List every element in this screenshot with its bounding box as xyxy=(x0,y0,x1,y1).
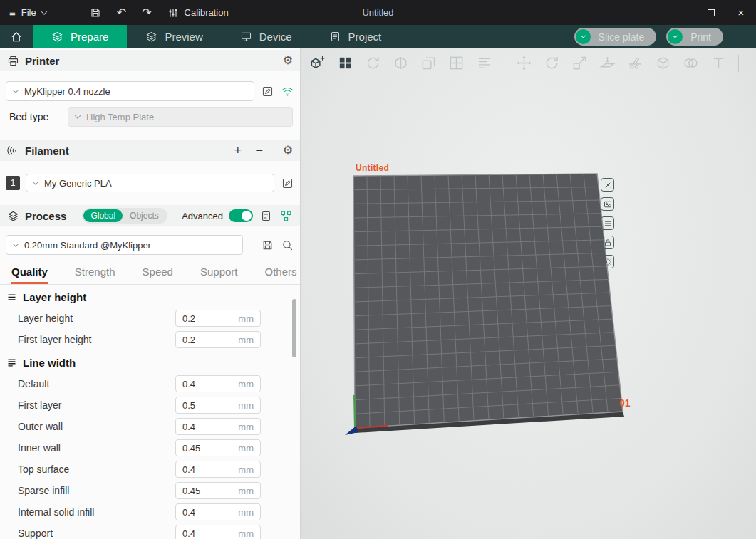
lock-plate-icon[interactable] xyxy=(601,236,614,249)
setting-unit: mm xyxy=(238,507,254,518)
process-scope-toggle[interactable]: Global Objects xyxy=(82,208,167,224)
plate-image-icon[interactable] xyxy=(601,197,614,211)
slice-plate-button[interactable]: Slice plate xyxy=(574,28,657,46)
save-icon xyxy=(90,7,101,19)
setting-row: Internal solid infill0.4mm xyxy=(0,501,300,523)
tab-speed[interactable]: Speed xyxy=(143,266,173,284)
print-label: Print xyxy=(683,31,723,43)
remove-filament-button[interactable]: − xyxy=(252,144,267,157)
add-filament-button[interactable]: + xyxy=(230,144,246,157)
printer-preset-select[interactable]: MyKlipper 0.4 nozzle xyxy=(6,81,254,101)
tab-prepare[interactable]: Prepare xyxy=(33,25,127,48)
restore-icon xyxy=(708,9,715,16)
place-on-face-icon[interactable] xyxy=(596,52,618,74)
plate-tools xyxy=(601,178,614,268)
assembly-icon[interactable] xyxy=(652,52,674,74)
process-preset-value: 0.20mm Standard @MyKlipper xyxy=(24,240,151,251)
split-objects-icon[interactable] xyxy=(390,52,412,74)
save-button[interactable] xyxy=(90,7,101,19)
close-button[interactable]: × xyxy=(726,0,756,25)
device-icon xyxy=(240,31,252,43)
sidebar-scrollbar[interactable] xyxy=(292,299,296,357)
restore-button[interactable] xyxy=(696,0,726,25)
edit-printer-button[interactable] xyxy=(260,84,274,98)
scale-icon[interactable] xyxy=(569,52,591,74)
setting-input[interactable]: 0.4mm xyxy=(175,525,261,539)
setting-input[interactable]: 0.45mm xyxy=(175,482,261,499)
process-preset-select[interactable]: 0.20mm Standard @MyKlipper xyxy=(6,235,243,255)
setting-input[interactable]: 0.4mm xyxy=(175,375,261,392)
setting-value: 0.4 xyxy=(182,379,195,389)
tab-quality[interactable]: Quality xyxy=(11,266,48,284)
variable-layer-height-icon[interactable] xyxy=(473,52,495,74)
add-plate-icon[interactable] xyxy=(306,52,328,74)
tab-device[interactable]: Device xyxy=(222,25,311,48)
viewport-3d[interactable]: Untitled 01 xyxy=(301,48,756,539)
setting-input[interactable]: 0.45mm xyxy=(175,439,261,456)
settings-group-header[interactable]: Layer height xyxy=(0,286,300,308)
settings-list: Layer heightLayer height0.2mmFirst layer… xyxy=(0,285,300,539)
text-icon[interactable] xyxy=(708,52,730,74)
setting-input[interactable]: 0.2mm xyxy=(175,310,261,327)
setting-input[interactable]: 0.4mm xyxy=(175,503,261,520)
move-icon[interactable] xyxy=(513,52,535,74)
printer-connection-button[interactable] xyxy=(280,84,294,98)
rotate-icon[interactable] xyxy=(541,52,563,74)
calibration-button[interactable]: Calibration xyxy=(167,7,229,19)
tab-project[interactable]: Project xyxy=(311,25,400,48)
minimize-button[interactable]: – xyxy=(666,0,696,25)
setting-input[interactable]: 0.2mm xyxy=(175,331,261,348)
edit-filament-button[interactable] xyxy=(280,176,294,190)
redo-button[interactable]: ↷ xyxy=(142,7,151,19)
cut-icon[interactable] xyxy=(624,52,646,74)
search-preset-button[interactable] xyxy=(280,238,294,252)
filament-settings-gear-icon[interactable]: ⚙ xyxy=(283,145,293,156)
tab-strength[interactable]: Strength xyxy=(75,266,115,284)
file-menu-button[interactable]: ≡ File xyxy=(0,0,56,25)
clone-icon[interactable] xyxy=(418,52,440,74)
print-button[interactable]: Print xyxy=(666,28,723,46)
plate-settings-icon[interactable] xyxy=(601,255,614,268)
setting-input[interactable]: 0.4mm xyxy=(175,461,261,478)
settings-group-header[interactable]: Line width xyxy=(0,352,300,373)
delete-plate-icon[interactable] xyxy=(601,178,614,192)
scope-objects-option[interactable]: Objects xyxy=(123,209,166,222)
printer-settings-gear-icon[interactable]: ⚙ xyxy=(283,55,293,66)
slice-dropdown-button[interactable] xyxy=(576,29,591,44)
setting-value: 0.4 xyxy=(182,464,195,475)
auto-orient-icon[interactable] xyxy=(362,52,384,74)
setting-unit: mm xyxy=(238,379,254,389)
tab-preview[interactable]: Preview xyxy=(127,25,221,48)
project-icon xyxy=(329,31,341,43)
undo-button[interactable]: ↶ xyxy=(117,7,126,19)
process-section-header: Process Global Objects Advanced xyxy=(0,205,300,226)
save-preset-button[interactable] xyxy=(260,238,274,252)
process-compare-button[interactable] xyxy=(279,209,293,223)
arrange-icon[interactable] xyxy=(334,52,356,74)
fill-bed-icon[interactable] xyxy=(445,52,467,74)
bed-type-select[interactable]: High Temp Plate xyxy=(68,107,293,127)
setting-input[interactable]: 0.4mm xyxy=(175,418,261,435)
tab-label: Preview xyxy=(165,31,202,43)
plate-name-icon[interactable] xyxy=(601,216,614,230)
setting-row: Inner wall0.45mm xyxy=(0,437,300,459)
tab-others[interactable]: Others xyxy=(265,266,297,284)
setting-input[interactable]: 0.5mm xyxy=(175,397,261,414)
setting-unit: mm xyxy=(238,464,254,475)
setting-label: Default xyxy=(18,378,49,389)
filament-preset-select[interactable]: My Generic PLA xyxy=(26,174,274,192)
tab-support[interactable]: Support xyxy=(200,266,238,284)
settings-group-title: Line width xyxy=(23,357,76,369)
filament-slot-badge[interactable]: 1 xyxy=(6,176,20,190)
mesh-boolean-icon[interactable] xyxy=(680,52,702,74)
preset-list-button[interactable] xyxy=(259,209,273,223)
setting-unit: mm xyxy=(238,400,254,411)
advanced-toggle[interactable] xyxy=(229,209,253,222)
calibration-label: Calibration xyxy=(185,7,229,18)
print-dropdown-button[interactable] xyxy=(668,29,683,44)
home-button[interactable] xyxy=(0,25,33,48)
filament-section-title: Filament xyxy=(25,145,69,157)
setting-label: Layer height xyxy=(18,313,73,324)
scope-global-option[interactable]: Global xyxy=(83,209,123,222)
setting-value: 0.5 xyxy=(182,400,195,411)
